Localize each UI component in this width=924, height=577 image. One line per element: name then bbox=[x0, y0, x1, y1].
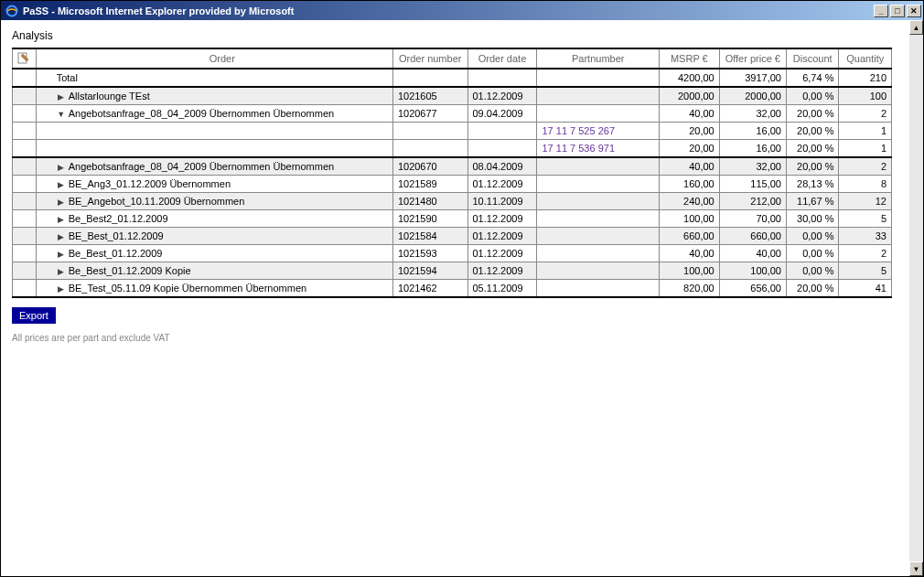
edit-column-header bbox=[13, 48, 37, 69]
quantity-value: 2 bbox=[839, 245, 892, 262]
discount-value: 0,00 % bbox=[786, 228, 839, 245]
part-number bbox=[537, 105, 659, 123]
order-date bbox=[467, 123, 537, 140]
quantity-value: 2 bbox=[839, 157, 892, 176]
scroll-up-button[interactable]: ▲ bbox=[909, 20, 923, 35]
maximize-button[interactable]: □ bbox=[890, 5, 905, 17]
part-number bbox=[537, 193, 659, 210]
msrp-value: 20,00 bbox=[659, 123, 719, 140]
th-number: Order number bbox=[392, 48, 467, 69]
th-order: Order bbox=[36, 48, 392, 69]
quantity-value: 5 bbox=[839, 210, 892, 228]
msrp-value: 660,00 bbox=[659, 228, 719, 245]
expand-toggle[interactable] bbox=[57, 163, 66, 172]
expand-toggle[interactable] bbox=[57, 284, 66, 294]
quantity-value: 1 bbox=[839, 140, 892, 158]
offer-value: 16,00 bbox=[719, 123, 786, 140]
part-number bbox=[537, 210, 659, 228]
offer-value: 100,00 bbox=[719, 262, 786, 280]
order-number: 1021584 bbox=[392, 228, 467, 245]
msrp-value: 40,00 bbox=[659, 157, 719, 176]
msrp-value: 240,00 bbox=[659, 193, 719, 210]
order-number: 1021594 bbox=[392, 262, 467, 280]
msrp-value: 40,00 bbox=[659, 245, 719, 262]
order-name: BE_Ang3_01.12.2009 Übernommen bbox=[69, 178, 231, 189]
quantity-value: 8 bbox=[839, 176, 892, 193]
export-button[interactable]: Export bbox=[12, 307, 56, 324]
expand-toggle[interactable] bbox=[57, 250, 66, 259]
order-date: 01.12.2009 bbox=[467, 87, 537, 105]
discount-value: 0,00 % bbox=[786, 87, 839, 105]
discount-value: 0,00 % bbox=[786, 245, 839, 262]
order-name: BE_Best_01.12.2009 bbox=[69, 230, 164, 241]
part-number bbox=[537, 228, 659, 245]
msrp-value: 160,00 bbox=[659, 176, 719, 193]
part-number bbox=[537, 280, 659, 298]
th-date: Order date bbox=[467, 48, 537, 69]
order-name: BE_Test_05.11.09 Kopie Übernommen Überno… bbox=[69, 283, 306, 294]
offer-value: 32,00 bbox=[719, 157, 786, 176]
order-date: 05.11.2009 bbox=[467, 280, 537, 298]
order-row: BE_Angebot_10.11.2009 Übernommen10214801… bbox=[13, 193, 892, 210]
order-date: 01.12.2009 bbox=[467, 228, 537, 245]
total-qty: 210 bbox=[839, 69, 892, 87]
order-name: Angebotsanfrage_08_04_2009 Übernommen Üb… bbox=[69, 108, 334, 119]
order-number: 1021605 bbox=[392, 87, 467, 105]
th-disc: Discount bbox=[786, 48, 839, 69]
discount-value: 20,00 % bbox=[786, 123, 839, 140]
order-row: Angebotsanfrage_08_04_2009 Übernommen Üb… bbox=[13, 105, 892, 123]
expand-toggle[interactable] bbox=[57, 180, 66, 189]
edit-icon bbox=[17, 52, 30, 65]
order-name: Be_Best_01.12.2009 bbox=[69, 248, 163, 259]
window-title: PaSS - Microsoft Internet Explorer provi… bbox=[23, 5, 294, 16]
expand-toggle[interactable] bbox=[57, 92, 66, 102]
discount-value: 20,00 % bbox=[786, 140, 839, 158]
order-number bbox=[392, 123, 467, 140]
th-qty: Quantity bbox=[839, 48, 892, 69]
msrp-value: 40,00 bbox=[659, 105, 719, 123]
total-msrp: 4200,00 bbox=[659, 69, 719, 87]
offer-value: 656,00 bbox=[719, 280, 786, 298]
th-msrp: MSRP € bbox=[659, 48, 719, 69]
content-area: Analysis Order Order number Order date P… bbox=[1, 20, 923, 576]
footnote: All prices are per part and exclude VAT bbox=[12, 333, 899, 343]
discount-value: 20,00 % bbox=[786, 157, 839, 176]
expand-toggle[interactable] bbox=[57, 198, 66, 207]
close-button[interactable]: ✕ bbox=[907, 5, 921, 17]
part-number bbox=[537, 87, 659, 105]
part-number bbox=[537, 262, 659, 280]
offer-value: 212,00 bbox=[719, 193, 786, 210]
order-name: Angebotsanfrage_08_04_2009 Übernommen Üb… bbox=[69, 161, 334, 172]
discount-value: 28,13 % bbox=[786, 176, 839, 193]
minimize-button[interactable]: _ bbox=[874, 5, 888, 17]
titlebar: PaSS - Microsoft Internet Explorer provi… bbox=[1, 1, 923, 20]
vertical-scrollbar[interactable]: ▲ ▼ bbox=[908, 20, 923, 576]
part-number bbox=[537, 157, 659, 176]
total-offer: 3917,00 bbox=[719, 69, 786, 87]
order-number: 1021480 bbox=[392, 193, 467, 210]
order-number: 1021593 bbox=[392, 245, 467, 262]
quantity-value: 12 bbox=[839, 193, 892, 210]
msrp-value: 100,00 bbox=[659, 210, 719, 228]
offer-value: 16,00 bbox=[719, 140, 786, 158]
order-number: 1021590 bbox=[392, 210, 467, 228]
order-number: 1021462 bbox=[392, 280, 467, 298]
order-row: Allstarlounge TEst102160501.12.20092000,… bbox=[13, 87, 892, 105]
expand-toggle[interactable] bbox=[57, 215, 66, 224]
expand-toggle[interactable] bbox=[57, 110, 66, 119]
quantity-value: 5 bbox=[839, 262, 892, 280]
order-name: Be_Best_01.12.2009 Kopie bbox=[69, 265, 191, 276]
part-number: 17 11 7 536 971 bbox=[537, 140, 659, 158]
scroll-track[interactable] bbox=[909, 35, 923, 561]
total-disc: 6,74 % bbox=[786, 69, 839, 87]
part-number: 17 11 7 525 267 bbox=[537, 123, 659, 140]
discount-value: 11,67 % bbox=[786, 193, 839, 210]
quantity-value: 2 bbox=[839, 105, 892, 123]
expand-toggle[interactable] bbox=[57, 267, 66, 276]
offer-value: 2000,00 bbox=[719, 87, 786, 105]
expand-toggle[interactable] bbox=[57, 232, 66, 241]
discount-value: 20,00 % bbox=[786, 280, 839, 298]
scroll-down-button[interactable]: ▼ bbox=[909, 561, 923, 576]
order-date: 01.12.2009 bbox=[467, 210, 537, 228]
app-window: PaSS - Microsoft Internet Explorer provi… bbox=[0, 0, 924, 577]
